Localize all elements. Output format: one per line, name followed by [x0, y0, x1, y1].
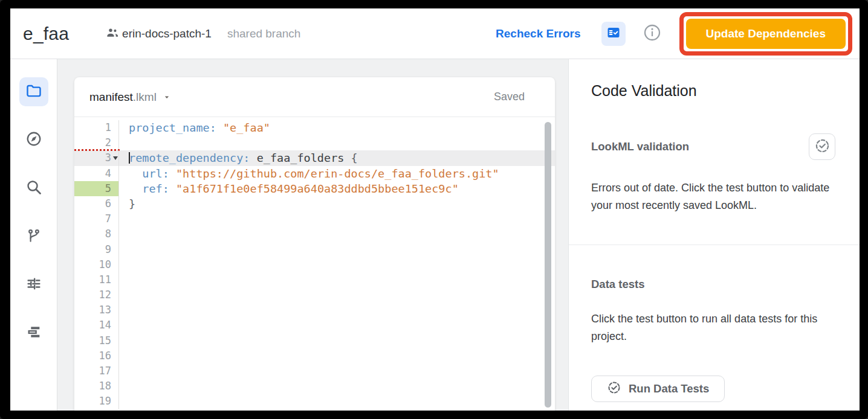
line-number[interactable]: 7	[74, 211, 119, 226]
line-number[interactable]: 18	[74, 379, 119, 394]
code-validation-panel: Code Validation LookML validation Errors…	[568, 59, 860, 411]
line-number[interactable]: 6	[74, 196, 119, 211]
code-text[interactable]	[119, 211, 129, 226]
branch-indicator[interactable]: erin-docs-patch-1 shared branch	[105, 25, 300, 42]
update-dependencies-button[interactable]: Update Dependencies	[686, 19, 846, 49]
code-text[interactable]	[119, 242, 129, 257]
line-number[interactable]: 16	[74, 348, 119, 363]
code-text[interactable]: ref: "a1f671f1e0ef58499a640a83ddbd5bbee1…	[119, 181, 459, 196]
code-text[interactable]	[119, 272, 129, 287]
code-line[interactable]: 18	[74, 379, 555, 394]
code-text[interactable]	[119, 333, 129, 348]
code-text[interactable]: }	[119, 196, 135, 211]
line-number[interactable]: 8	[74, 226, 119, 241]
code-text[interactable]	[119, 287, 129, 302]
code-line[interactable]: 1project_name: "e_faa"	[74, 120, 555, 135]
code-line[interactable]: 13	[74, 302, 555, 318]
code-line[interactable]: 2	[74, 135, 555, 150]
code-text[interactable]	[119, 363, 129, 379]
validate-lookml-button[interactable]	[809, 133, 835, 160]
line-number[interactable]: 17	[74, 363, 119, 379]
code-line[interactable]: 6}	[74, 196, 555, 211]
code-line[interactable]: 5 ref: "a1f671f1e0ef58499a640a83ddbd5bbe…	[74, 181, 555, 196]
annotation-highlight-box: Update Dependencies	[679, 12, 853, 56]
validate-icon	[814, 138, 831, 156]
line-number[interactable]: 3	[74, 150, 119, 165]
line-number[interactable]: 11	[74, 272, 119, 287]
code-text[interactable]	[119, 257, 129, 272]
line-number[interactable]: 15	[74, 333, 119, 348]
layers-icon	[25, 324, 42, 343]
fact-check-icon	[606, 25, 621, 42]
sidebar-item-project-settings[interactable]	[19, 270, 48, 299]
line-number[interactable]: 4	[74, 166, 119, 181]
sidebar-item-explore[interactable]	[19, 126, 48, 155]
code-text[interactable]	[119, 135, 129, 150]
validation-toggle-button[interactable]	[601, 22, 626, 46]
ide-body: manifest.lkml Saved 1project_name: "e_fa…	[10, 59, 860, 411]
run-data-tests-button[interactable]: Run Data Tests	[591, 376, 725, 402]
code-line[interactable]: 9	[74, 242, 555, 257]
code-line[interactable]: 15	[74, 333, 555, 348]
top-bar-actions: Recheck Errors	[496, 12, 852, 56]
code-text[interactable]: remote_dependency: e_faa_folders {	[119, 150, 358, 165]
data-tests-description: Click the test button to run all data te…	[591, 310, 835, 345]
code-line[interactable]: 11	[74, 272, 555, 287]
branch-name: erin-docs-patch-1	[122, 27, 212, 40]
info-icon	[643, 23, 662, 45]
line-number[interactable]: 10	[74, 257, 119, 272]
line-number[interactable]: 9	[74, 242, 119, 257]
folder-icon	[25, 82, 42, 101]
code-line[interactable]: 3remote_dependency: e_faa_folders {	[74, 150, 555, 165]
panel-divider	[569, 245, 860, 245]
recheck-errors-link[interactable]: Recheck Errors	[496, 27, 580, 40]
code-line[interactable]: 14	[74, 318, 555, 333]
code-text[interactable]	[119, 379, 129, 394]
code-text[interactable]: project_name: "e_faa"	[119, 120, 270, 135]
line-number[interactable]: 13	[74, 302, 119, 318]
editor-header: manifest.lkml Saved	[74, 77, 555, 117]
people-icon	[105, 25, 120, 42]
code-editor[interactable]: 1project_name: "e_faa"23remote_dependenc…	[74, 117, 555, 411]
code-line[interactable]: 16	[74, 348, 555, 363]
editor-scrollbar[interactable]	[545, 122, 551, 408]
project-title: e_faa	[23, 24, 69, 44]
code-line[interactable]: 10	[74, 257, 555, 272]
top-bar: e_faa erin-docs-patch-1 shared branch Re…	[10, 8, 860, 59]
code-text[interactable]	[119, 318, 129, 333]
sidebar-item-object-browser[interactable]	[19, 319, 48, 348]
lookml-validation-row: LookML validation	[591, 133, 835, 160]
info-button[interactable]	[643, 24, 662, 43]
code-line[interactable]: 8	[74, 226, 555, 241]
run-data-tests-label: Run Data Tests	[629, 382, 709, 395]
sidebar-item-file-browser[interactable]	[19, 77, 48, 106]
line-number[interactable]: 5	[74, 181, 119, 196]
code-line[interactable]: 17	[74, 363, 555, 379]
code-text[interactable]	[119, 226, 129, 241]
code-text[interactable]	[119, 348, 129, 363]
code-text[interactable]: url: "https://github.com/erin-docs/e_faa…	[119, 166, 499, 181]
line-number[interactable]: 1	[74, 120, 119, 135]
validate-icon	[607, 380, 621, 398]
line-number[interactable]: 2	[74, 135, 119, 150]
line-number[interactable]: 14	[74, 318, 119, 333]
fold-caret-icon[interactable]	[113, 156, 118, 162]
code-line[interactable]: 4 url: "https://github.com/erin-docs/e_f…	[74, 166, 555, 181]
code-line[interactable]: 12	[74, 287, 555, 302]
sidebar-item-git-actions[interactable]	[19, 222, 48, 251]
tune-icon	[25, 275, 42, 295]
code-text[interactable]	[119, 394, 129, 409]
lookml-validation-label: LookML validation	[591, 140, 689, 153]
compass-icon	[25, 130, 42, 150]
git-branch-icon	[26, 228, 42, 246]
line-number[interactable]: 12	[74, 287, 119, 302]
sidebar-item-find-replace[interactable]	[19, 174, 48, 203]
left-sidebar	[10, 59, 57, 411]
code-line[interactable]: 7	[74, 211, 555, 226]
code-line[interactable]: 19	[74, 394, 555, 409]
code-text[interactable]	[119, 302, 129, 318]
file-tab[interactable]: manifest.lkml	[89, 91, 157, 104]
file-menu-caret-icon[interactable]	[163, 93, 171, 101]
line-number[interactable]: 19	[74, 394, 119, 409]
save-status: Saved	[494, 91, 525, 103]
